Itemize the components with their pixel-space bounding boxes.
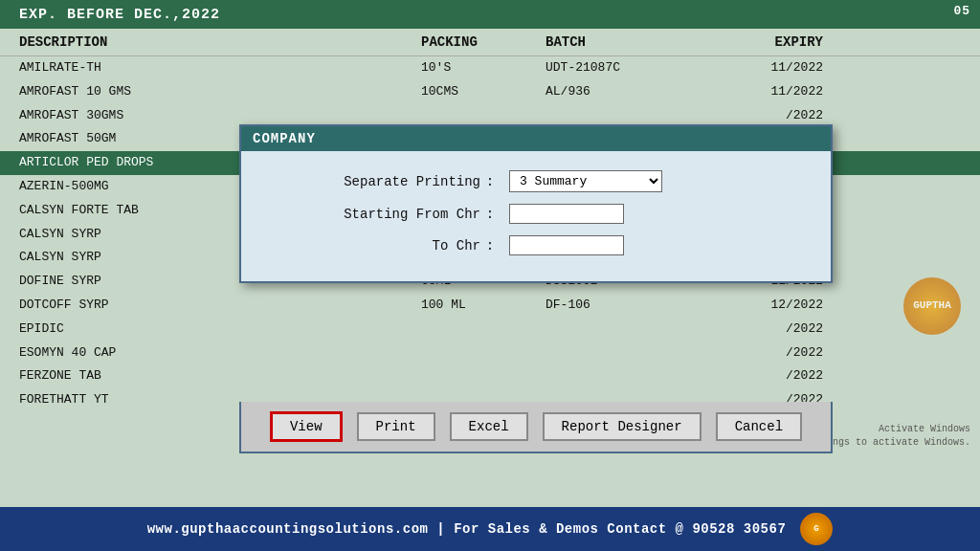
table-row: AMROFAST 10 GMS 10CMS AL/936 11/2022 (0, 80, 980, 104)
to-chr-colon: : (480, 238, 500, 253)
company-dialog: COMPANY Separate Printing : 1 Detail2 De… (239, 124, 833, 283)
row-expiry: /2022 (699, 366, 842, 386)
to-chr-value (509, 235, 802, 255)
separate-printing-value[interactable]: 1 Detail2 Detail+Summary3 Summary (509, 170, 802, 192)
row-batch: UDT-21087C (546, 58, 699, 78)
to-chr-row: To Chr : (270, 235, 802, 255)
starting-from-label: Starting From Chr (270, 207, 480, 222)
view-button[interactable]: View (270, 411, 343, 442)
report-designer-button[interactable]: Report Designer (543, 412, 702, 441)
starting-from-value (509, 204, 802, 224)
row-batch: AL/936 (546, 82, 699, 102)
row-description: DOTCOFF SYRP (19, 296, 421, 316)
row-description: FERZONE TAB (19, 366, 421, 386)
row-description: AMROFAST 30GMS (19, 106, 421, 126)
page-number: 05 (953, 4, 970, 18)
table-row: EPIDIC /2022 (0, 318, 980, 342)
separate-printing-label: Separate Printing (270, 174, 480, 189)
separate-printing-row: Separate Printing : 1 Detail2 Detail+Sum… (270, 170, 802, 192)
row-expiry: 12/2022 (699, 296, 842, 316)
starting-from-row: Starting From Chr : (270, 204, 802, 224)
page-title: EXP. BEFORE DEC.,2022 (19, 7, 961, 23)
table-row: DOTCOFF SYRP 100 ML DF-106 12/2022 (0, 294, 980, 318)
starting-from-colon: : (480, 207, 500, 222)
row-packing: 10'S (421, 58, 546, 78)
main-area: EXP. BEFORE DEC.,2022 05 DESCRIPTION PAC… (0, 0, 980, 507)
excel-button[interactable]: Excel (450, 412, 528, 441)
row-batch: DF-106 (546, 296, 699, 316)
row-batch (546, 320, 699, 340)
table-row: ESOMYN 40 CAP /2022 (0, 342, 980, 365)
separate-printing-colon: : (480, 174, 500, 189)
dialog-content: Separate Printing : 1 Detail2 Detail+Sum… (241, 151, 831, 281)
separate-printing-select[interactable]: 1 Detail2 Detail+Summary3 Summary (509, 170, 662, 192)
to-chr-input[interactable] (509, 235, 624, 255)
cancel-button[interactable]: Cancel (716, 412, 802, 441)
print-button[interactable]: Print (357, 412, 435, 441)
row-expiry: /2022 (699, 106, 842, 126)
row-packing: 100 ML (421, 296, 546, 316)
row-packing (421, 106, 546, 126)
bottom-bar: www.gupthaaccountingsolutions.com | For … (0, 507, 980, 551)
row-packing: 10CMS (421, 82, 546, 102)
row-description: AMROFAST 10 GMS (19, 82, 421, 102)
row-description: EPIDIC (19, 320, 421, 340)
col-header-batch: BATCH (546, 34, 699, 50)
col-header-packing: PACKING (421, 34, 546, 50)
row-batch (546, 366, 699, 386)
row-packing (421, 320, 546, 340)
to-chr-label: To Chr (270, 238, 480, 253)
row-batch (546, 106, 699, 126)
col-header-description: DESCRIPTION (19, 34, 421, 50)
dialog-button-area: View Print Excel Report Designer Cancel (239, 402, 833, 453)
row-packing (421, 366, 546, 386)
column-headers: DESCRIPTION PACKING BATCH EXPIRY (0, 29, 980, 56)
row-expiry: 11/2022 (699, 58, 842, 78)
guptha-logo: GUPTHA (903, 277, 961, 335)
col-header-expiry: EXPIRY (699, 34, 842, 50)
row-expiry: /2022 (699, 343, 842, 364)
row-description: AMILRATE-TH (19, 58, 421, 78)
row-description: ESOMYN 40 CAP (19, 343, 421, 364)
bottom-bar-text: www.gupthaaccountingsolutions.com | For … (147, 521, 787, 537)
starting-from-input[interactable] (509, 204, 624, 224)
table-row: FERZONE TAB /2022 (0, 364, 980, 388)
row-expiry: 11/2022 (699, 82, 842, 102)
header-bar: EXP. BEFORE DEC.,2022 05 (0, 0, 980, 29)
row-expiry: /2022 (699, 320, 842, 340)
row-packing (421, 343, 546, 364)
bottom-logo: G (800, 513, 833, 545)
dialog-title: COMPANY (241, 126, 831, 151)
table-row: AMILRATE-TH 10'S UDT-21087C 11/2022 (0, 56, 980, 80)
row-batch (546, 343, 699, 364)
